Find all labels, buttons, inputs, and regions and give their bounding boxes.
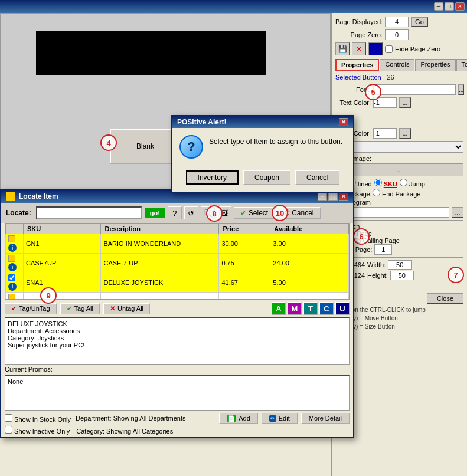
font-ellipsis-btn[interactable]: ... [458, 84, 464, 95]
black-box [36, 31, 266, 75]
bottom-action-buttons: 📄 Add ✏ Edit More Detail [219, 413, 350, 424]
save-icon[interactable]: 💾 [335, 42, 350, 55]
text-color-ellipsis-btn[interactable]: ... [399, 97, 411, 108]
col-header-available: Available [270, 224, 349, 234]
height-label: Height: [367, 272, 388, 279]
go-button[interactable]: Go [411, 17, 428, 27]
tton-label: tton [335, 281, 463, 288]
x-width-row: 464 Width: [335, 260, 463, 270]
avail-cell: n/a [270, 293, 349, 300]
width-input[interactable] [388, 260, 412, 270]
info-icon: i [8, 244, 17, 252]
table-row[interactable]: i GN1 BARIO IN WONDERLAND 30.00 3.00 [6, 234, 349, 254]
letter-a-button[interactable]: A [272, 302, 286, 315]
locate-title-buttons: ─ □ ✕ [318, 192, 348, 201]
close-properties-button[interactable]: Close [427, 293, 463, 304]
close-button[interactable]: ✕ [455, 2, 465, 11]
col-header-sku: SKU [24, 224, 101, 234]
alert-close-btn[interactable]: ✕ [339, 118, 348, 126]
table-row[interactable]: i CASE7UP CASE 7-UP 0.75 24.00 [6, 254, 349, 273]
bottom-row: Show In Stock Only Department: Showing A… [1, 411, 353, 426]
color-ellipsis-btn[interactable]: ... [399, 128, 411, 139]
tag-untag-button[interactable]: ✔ Tag/UnTag [5, 303, 57, 314]
desc-cell: BARIO IN WONDERLAND [101, 234, 219, 254]
page-zero-input[interactable] [385, 29, 409, 40]
annotation-4: 4 [100, 134, 117, 151]
letter-u-button[interactable]: U [335, 302, 350, 315]
row-color-box [8, 235, 15, 242]
annotation-5: 5 [365, 84, 381, 100]
show-in-stock-checkbox[interactable] [5, 414, 12, 422]
locate-minimize-btn[interactable]: ─ [318, 192, 327, 201]
letter-m-button[interactable]: M [288, 302, 302, 315]
program-ellipsis-btn[interactable]: ... [452, 207, 463, 218]
untag-all-button[interactable]: ✕ Untag All [103, 303, 150, 314]
alert-title-bar: POSitive Alert! ✕ [172, 116, 353, 128]
jump-radio[interactable] [400, 179, 407, 186]
blank-button[interactable]: Blank [110, 129, 181, 164]
letter-c-button[interactable]: C [319, 302, 334, 315]
tab-controls[interactable]: Controls [380, 59, 414, 71]
color-row: Color: ... [335, 128, 463, 139]
show-inactive-checkbox[interactable] [5, 426, 12, 434]
tag-all-button[interactable]: ✔ Tag All [60, 303, 100, 314]
end-package-radio[interactable] [373, 189, 380, 196]
avail-cell: 3.00 [270, 234, 349, 254]
locate-input[interactable] [36, 206, 142, 219]
cancel-alert-button[interactable]: Cancel [295, 170, 339, 185]
style-image-btn[interactable]: ... [335, 163, 463, 176]
alert-message: Select type of Item to assign to this bu… [209, 135, 342, 146]
minimize-button[interactable]: ─ [434, 2, 443, 11]
items-table: SKU Description Price Available i GN1 BA… [5, 224, 349, 300]
text-color-row: Text Color: ... [335, 97, 463, 108]
style-dropdown[interactable] [335, 141, 463, 153]
tab-tools[interactable]: Tools [456, 59, 467, 71]
info-icon: i [8, 283, 17, 291]
table-row[interactable]: i D DISCOUNT CLEARANCE 0.00 n/a [6, 293, 349, 300]
add-button[interactable]: 📄 Add [219, 413, 258, 424]
row-checkbox[interactable] [8, 274, 15, 281]
add-icon: 📄 [227, 415, 236, 422]
edit-button[interactable]: ✏ Edit [262, 413, 298, 424]
more-detail-button[interactable]: More Detail [301, 413, 350, 424]
color-square-icon[interactable] [368, 42, 383, 55]
sku-radio[interactable] [374, 179, 382, 186]
desc-cell: CASE 7-UP [101, 254, 219, 273]
table-row[interactable]: i SNA1 DELUXE JOYSTICK 41.67 5.00 [6, 273, 349, 293]
annotation-7: 7 [448, 267, 464, 283]
tabs-row: Properties Controls Properties Tools [335, 59, 463, 71]
back-icon[interactable]: ↺ [184, 206, 198, 219]
tab-properties2[interactable]: Properties [415, 59, 455, 71]
coupon-button[interactable]: Coupon [243, 170, 290, 185]
font-row: Font: ... [335, 84, 463, 95]
page-displayed-input[interactable] [385, 17, 409, 27]
alert-body: ? Select type of Item to assign to this … [172, 128, 353, 166]
jump-to-input[interactable] [374, 244, 392, 255]
letter-t-button[interactable]: T [303, 302, 318, 315]
color-input[interactable] [373, 128, 397, 139]
item-info-area: DELUXE JOYSTICK Department: Accessories … [5, 317, 350, 365]
font-input[interactable] [373, 84, 456, 95]
close-icon[interactable]: ✕ [352, 42, 366, 55]
locate-go-button[interactable]: go! [145, 208, 165, 218]
tab-properties[interactable]: Properties [335, 59, 379, 71]
locate-title: Locate Item [19, 192, 58, 201]
inventory-button[interactable]: Inventory [186, 170, 239, 185]
jump-label: Jump [400, 179, 425, 188]
locate-dialog: Locate Item ─ □ ✕ Locate: go! ? ↺ 🔍 🖼 ✔ … [0, 189, 354, 438]
price-cell: 0.75 [219, 254, 270, 273]
annotation-6: 6 [353, 228, 370, 245]
annotation-10: 10 [272, 205, 288, 221]
separator-1 [335, 220, 463, 221]
help-icon[interactable]: ? [168, 206, 182, 219]
height-input[interactable] [390, 271, 414, 280]
hide-page-zero-checkbox[interactable] [385, 45, 393, 53]
locate-maximize-btn[interactable]: □ [328, 192, 338, 201]
promos-area: None [5, 375, 350, 411]
annotation-8: 8 [206, 205, 223, 222]
select-button[interactable]: ✔ Select [234, 207, 275, 219]
locate-close-btn[interactable]: ✕ [339, 192, 348, 201]
maximize-button[interactable]: □ [445, 2, 454, 11]
package-row: Package End Package [335, 189, 463, 198]
dropdown-row [335, 141, 463, 153]
